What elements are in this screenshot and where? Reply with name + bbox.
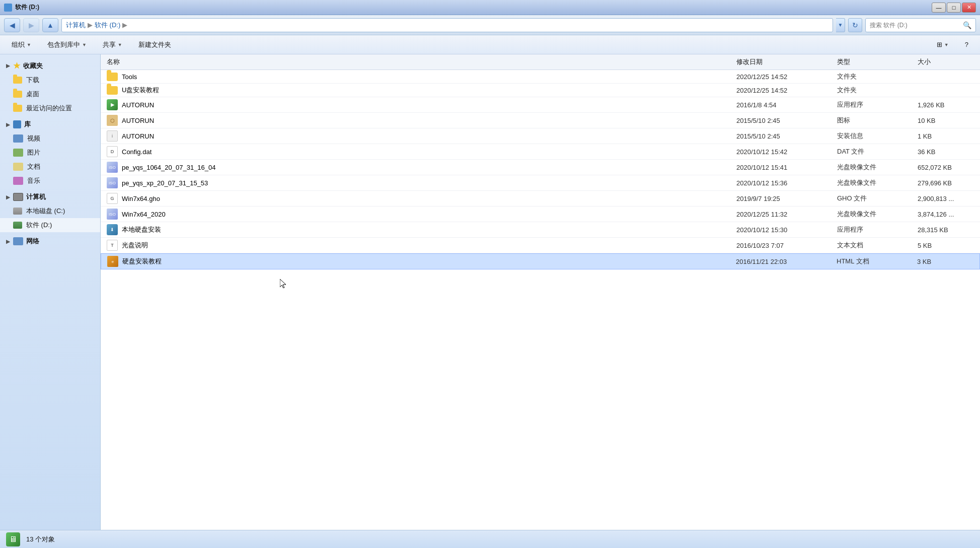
library-arrow-icon: ▶ [6,122,10,127]
empty-file-area [101,269,980,530]
sidebar-library-label: 库 [24,120,31,129]
up-button[interactable]: ▲ [42,18,58,32]
sidebar-item-document[interactable]: 文档 [0,160,100,174]
table-row[interactable]: ISO Win7x64_2020 2020/12/25 11:32 光盘映像文件… [101,207,980,222]
iso-icon: ISO [107,209,118,220]
view-button[interactable]: ⊞ ▼ [929,37,956,52]
favorites-arrow-icon: ▶ [6,63,10,68]
sidebar-recent-label: 最近访问的位置 [26,104,72,113]
table-row[interactable]: i AUTORUN 2015/5/10 2:45 安装信息 1 KB [101,128,980,144]
table-row[interactable]: D Config.dat 2020/10/12 15:42 DAT 文件 36 … [101,144,980,160]
table-row[interactable]: ISO pe_yqs_xp_20_07_31_15_53 2020/10/12 … [101,175,980,191]
view-arrow-icon: ▼ [944,42,949,47]
sidebar-header-network[interactable]: ▶ 网络 [0,234,100,248]
table-row[interactable]: Tools 2020/12/25 14:52 文件夹 [101,70,980,84]
sidebar: ▶ ★ 收藏夹 下载 桌面 最近访问的位置 ▶ 库 [0,54,101,530]
share-button[interactable]: 共享 ▼ [95,37,130,52]
status-count: 13 个对象 [26,535,55,544]
header-size[interactable]: 大小 [916,57,976,66]
table-row[interactable]: U盘安装教程 2020/12/25 14:52 文件夹 [101,84,980,97]
sidebar-item-desktop[interactable]: 桌面 [0,87,100,101]
sidebar-item-picture[interactable]: 图片 [0,146,100,160]
header-modified[interactable]: 修改日期 [734,57,835,66]
sidebar-music-label: 音乐 [27,176,40,185]
sidebar-item-recent[interactable]: 最近访问的位置 [0,101,100,115]
breadcrumb-computer[interactable]: 计算机 [66,21,86,30]
sidebar-item-downloads[interactable]: 下载 [0,73,100,87]
help-icon: ? [965,41,968,48]
table-row[interactable]: ISO pe_yqs_1064_20_07_31_16_04 2020/10/1… [101,160,980,175]
sidebar-item-video[interactable]: 视频 [0,131,100,146]
breadcrumb-sep-2: ▶ [122,21,127,29]
breadcrumb-drive[interactable]: 软件 (D:) [95,21,120,30]
sidebar-header-favorites[interactable]: ▶ ★ 收藏夹 [0,58,100,73]
sidebar-picture-label: 图片 [27,148,40,157]
search-icon: 🔍 [963,21,971,29]
sidebar-header-library[interactable]: ▶ 库 [0,117,100,131]
address-dropdown-button[interactable]: ▼ [836,18,845,32]
library-icon [13,120,21,128]
search-input[interactable] [870,22,961,29]
network-arrow-icon: ▶ [6,239,10,244]
header-type[interactable]: 类型 [835,57,916,66]
sidebar-video-label: 视频 [27,134,40,143]
organize-button[interactable]: 组织 ▼ [4,37,39,52]
sidebar-downloads-label: 下载 [26,76,39,85]
breadcrumb-bar: 计算机 ▶ 软件 (D:) ▶ [61,18,833,32]
computer-arrow-icon: ▶ [6,194,10,200]
new-folder-button[interactable]: 新建文件夹 [131,37,179,52]
view-icon: ⊞ [937,41,942,48]
sidebar-item-drive-d[interactable]: 软件 (D:) [0,218,100,232]
sidebar-section-computer: ▶ 计算机 本地磁盘 (C:) 软件 (D:) [0,190,100,232]
table-row[interactable]: G Win7x64.gho 2019/9/7 19:25 GHO 文件 2,90… [101,191,980,207]
table-row[interactable]: T 光盘说明 2016/10/23 7:07 文本文档 5 KB [101,238,980,253]
exe-icon: ▶ [107,99,118,110]
video-icon [13,134,23,143]
favorites-star-icon: ★ [13,61,20,71]
sidebar-item-drive-c[interactable]: 本地磁盘 (C:) [0,204,100,218]
txt-icon: T [107,240,118,251]
folder-icon [107,86,118,95]
sidebar-favorites-label: 收藏夹 [23,61,43,71]
sidebar-desktop-label: 桌面 [26,90,39,99]
status-bar: 🖥 13 个对象 [0,530,980,548]
breadcrumb-sep-1: ▶ [88,21,93,29]
back-button[interactable]: ◀ [4,18,20,32]
header-name[interactable]: 名称 [105,57,734,66]
forward-button[interactable]: ▶ [23,18,39,32]
help-button[interactable]: ? [957,37,976,52]
folder-icon [107,73,118,81]
title-bar-left: 软件 (D:) [4,3,39,12]
document-icon [13,163,23,171]
drive-d-icon [13,222,22,229]
table-row[interactable]: ⬡ AUTORUN 2015/5/10 2:45 图标 10 KB [101,113,980,128]
title-bar: 软件 (D:) — □ ✕ [0,0,980,15]
table-row[interactable]: ⬇ 本地硬盘安装 2020/10/12 15:30 应用程序 28,315 KB [101,222,980,238]
sidebar-header-computer[interactable]: ▶ 计算机 [0,190,100,204]
sidebar-drive-d-label: 软件 (D:) [26,221,52,230]
icon-img-icon: ⬡ [107,115,118,126]
table-row[interactable]: ▶ AUTORUN 2016/1/8 4:54 应用程序 1,926 KB [101,97,980,113]
table-row[interactable]: e 硬盘安装教程 2016/11/21 22:03 HTML 文档 3 KB [101,253,980,269]
drive-c-icon [13,208,22,215]
close-button[interactable]: ✕ [962,3,976,13]
include-library-button[interactable]: 包含到库中 ▼ [40,37,94,52]
iso-icon: ISO [107,162,118,173]
local-install-icon: ⬇ [107,224,118,235]
file-header: 名称 修改日期 类型 大小 [101,54,980,70]
main-layout: ▶ ★ 收藏夹 下载 桌面 最近访问的位置 ▶ 库 [0,54,980,530]
music-icon [13,177,23,185]
sidebar-section-favorites: ▶ ★ 收藏夹 下载 桌面 最近访问的位置 [0,58,100,115]
sidebar-drive-c-label: 本地磁盘 (C:) [26,207,65,216]
computer-icon [13,193,23,201]
maximize-button[interactable]: □ [947,3,961,13]
status-app-icon: 🖥 [6,532,20,546]
minimize-button[interactable]: — [932,3,946,13]
search-bar: 🔍 [865,18,976,32]
gho-icon: G [107,193,118,204]
title-bar-controls: — □ ✕ [932,3,976,13]
sidebar-network-label: 网络 [26,237,39,246]
sidebar-item-music[interactable]: 音乐 [0,174,100,188]
refresh-button[interactable]: ↻ [848,18,862,32]
title-bar-title: 软件 (D:) [15,3,39,12]
